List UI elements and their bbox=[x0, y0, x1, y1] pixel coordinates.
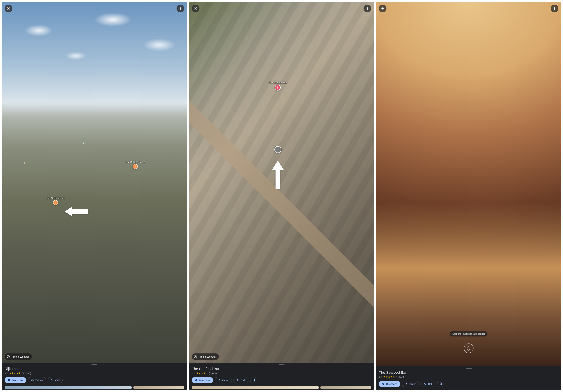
immersive-interior-view[interactable]: Drag the joystick to take control bbox=[376, 2, 561, 366]
rating-row: 4.6 ★★★★★ (80,266) bbox=[5, 372, 184, 375]
joystick-control[interactable] bbox=[464, 343, 473, 353]
screenshot-panel-3: Drag the joystick to take control The Se… bbox=[376, 2, 561, 390]
sheet-drag-handle[interactable] bbox=[91, 365, 97, 365]
sheet-drag-handle[interactable] bbox=[279, 365, 284, 365]
place-title: The Seafood Bar bbox=[379, 370, 558, 375]
screenshot-panel-1: The Burger Room The Seafood Bar Time & W… bbox=[2, 2, 187, 390]
more-options-button[interactable] bbox=[551, 5, 558, 12]
rating-value: 4.6 bbox=[192, 372, 195, 375]
call-button[interactable]: Call bbox=[233, 377, 248, 383]
restaurant-pin-icon bbox=[275, 85, 281, 91]
review-count: (5,148) bbox=[396, 376, 404, 378]
clock-refresh-icon bbox=[7, 355, 10, 358]
immersive-map-view[interactable]: The Seafood Bar Time & Weather bbox=[189, 2, 374, 363]
immersive-map-view[interactable]: The Burger Room The Seafood Bar Time & W… bbox=[2, 2, 187, 363]
photo-strip[interactable] bbox=[192, 386, 371, 389]
arrow-back-icon bbox=[381, 7, 384, 10]
time-weather-label: Time & Weather bbox=[11, 355, 29, 358]
photo-strip[interactable] bbox=[5, 386, 184, 389]
action-chip-row: Directions Order Call bbox=[192, 377, 371, 386]
review-count: (80,266) bbox=[22, 372, 31, 375]
screenshot-panel-2: The Seafood Bar Time & Weather The Seafo… bbox=[189, 2, 374, 390]
more-options-button[interactable] bbox=[364, 5, 371, 12]
chip-label: Directions bbox=[199, 379, 210, 382]
action-chip-row: Directions Order Call bbox=[379, 381, 558, 389]
close-button[interactable] bbox=[192, 5, 199, 12]
tickets-button[interactable]: Tickets bbox=[28, 377, 46, 383]
phone-icon bbox=[51, 379, 54, 382]
fork-knife-icon bbox=[405, 382, 408, 385]
poi-text: The Seafood Bar bbox=[268, 81, 287, 84]
close-button[interactable] bbox=[5, 5, 12, 12]
more-vert-icon bbox=[367, 7, 368, 10]
chip-label: Directions bbox=[386, 382, 397, 385]
bookmark-icon bbox=[439, 382, 442, 385]
directions-button[interactable]: Directions bbox=[379, 381, 400, 387]
chip-label: Call bbox=[241, 379, 245, 382]
rating-row: 4.6 ★★★★☆ (5,148) bbox=[379, 375, 558, 378]
rating-value: 4.6 bbox=[5, 372, 8, 375]
poi-text: The Seafood Bar bbox=[46, 196, 65, 199]
poi-label-burger-room[interactable]: The Burger Room bbox=[125, 160, 145, 169]
chevron-down-icon bbox=[467, 348, 470, 351]
directions-button[interactable]: Directions bbox=[192, 377, 213, 383]
chip-label: Order bbox=[409, 382, 416, 385]
annotation-arrow-left bbox=[65, 206, 88, 217]
more-options-button[interactable] bbox=[177, 5, 184, 12]
chip-label: Call bbox=[428, 382, 432, 385]
photo-thumbnail[interactable] bbox=[133, 386, 184, 389]
place-title: The Seafood Bar bbox=[192, 367, 371, 371]
streetview-pegman[interactable] bbox=[274, 146, 281, 153]
order-button[interactable]: Order bbox=[215, 377, 232, 383]
directions-button[interactable]: Directions bbox=[5, 377, 26, 383]
place-sheet: Rijksmuseum 4.6 ★★★★★ (80,266) Direction… bbox=[2, 363, 187, 390]
save-button[interactable] bbox=[437, 381, 444, 387]
chip-label: Order bbox=[222, 379, 229, 382]
time-weather-label: Time & Weather bbox=[198, 355, 217, 358]
review-count: (5,148) bbox=[209, 372, 217, 375]
place-sheet: The Seafood Bar 4.6 ★★★★☆ (5,148) Direct… bbox=[189, 363, 374, 390]
rating-stars-icon: ★★★★★ bbox=[9, 372, 21, 375]
back-button[interactable] bbox=[379, 5, 386, 12]
save-button[interactable] bbox=[250, 377, 257, 383]
rating-value: 4.6 bbox=[379, 376, 382, 378]
location-dot bbox=[24, 162, 25, 164]
photo-thumbnail[interactable] bbox=[192, 386, 319, 389]
fork-knife-icon bbox=[218, 379, 221, 382]
time-weather-button[interactable]: Time & Weather bbox=[192, 353, 219, 360]
sheet-drag-handle[interactable] bbox=[466, 368, 472, 369]
more-vert-icon bbox=[554, 7, 555, 10]
chip-label: Tickets bbox=[35, 379, 43, 382]
clock-refresh-icon bbox=[194, 355, 197, 358]
time-weather-button[interactable]: Time & Weather bbox=[5, 353, 32, 360]
directions-icon bbox=[8, 379, 11, 382]
rating-stars-icon: ★★★★☆ bbox=[196, 372, 208, 375]
restaurant-pin-icon bbox=[133, 164, 138, 169]
order-button[interactable]: Order bbox=[402, 381, 419, 387]
more-vert-icon bbox=[180, 7, 181, 10]
photo-thumbnail[interactable] bbox=[5, 386, 132, 389]
call-button[interactable]: Call bbox=[48, 377, 63, 383]
poi-label-seafood-bar[interactable]: The Seafood Bar bbox=[46, 196, 65, 205]
close-icon bbox=[194, 7, 197, 10]
annotation-arrow-up bbox=[271, 160, 284, 189]
chip-label: Call bbox=[55, 379, 60, 382]
location-dot bbox=[83, 143, 85, 144]
poi-text: The Burger Room bbox=[125, 160, 145, 163]
restaurant-pin-icon bbox=[53, 200, 58, 205]
photo-thumbnail[interactable] bbox=[320, 386, 371, 389]
close-icon bbox=[7, 7, 10, 10]
call-button[interactable]: Call bbox=[421, 381, 435, 387]
place-title: Rijksmuseum bbox=[5, 367, 184, 371]
directions-icon bbox=[382, 382, 385, 385]
rating-stars-icon: ★★★★☆ bbox=[383, 375, 395, 378]
action-chip-row: Directions Tickets Call bbox=[5, 377, 184, 386]
rating-row: 4.6 ★★★★☆ (5,148) bbox=[192, 372, 371, 375]
joystick-hint: Drag the joystick to take control bbox=[450, 331, 487, 337]
directions-icon bbox=[195, 379, 198, 382]
place-sheet: The Seafood Bar 4.6 ★★★★☆ (5,148) Direct… bbox=[376, 366, 561, 390]
poi-label-seafood-bar[interactable]: The Seafood Bar bbox=[268, 81, 287, 91]
bookmark-icon bbox=[252, 379, 255, 382]
phone-icon bbox=[237, 379, 240, 382]
chip-label: Directions bbox=[12, 379, 23, 382]
